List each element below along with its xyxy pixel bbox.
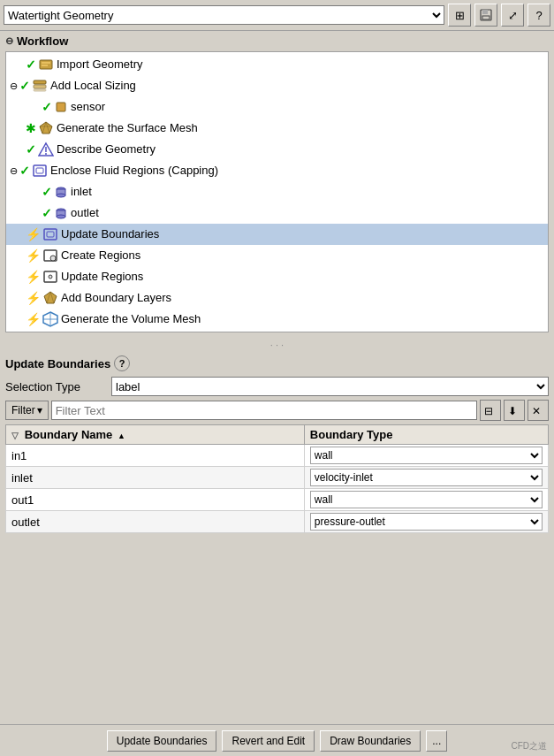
tree-item-import-geometry[interactable]: ✓ Import Geometry — [6, 54, 548, 75]
save-button[interactable] — [474, 4, 497, 27]
create-regions-label: Create Regions — [61, 246, 140, 265]
outlet-icon — [54, 206, 68, 220]
th-boundary-type[interactable]: Boundary Type — [304, 425, 548, 445]
revert-and-edit-btn[interactable]: Revert and Edit — [222, 730, 315, 752]
svg-rect-7 — [34, 85, 46, 88]
tree-item-add-boundary-layers[interactable]: ⚡ Add Boundary Layers — [6, 287, 548, 309]
volume-mesh-icon — [42, 311, 58, 327]
bolt-icon: ⚡ — [26, 267, 41, 286]
boundary-type-select[interactable]: wallvelocity-inletpressure-outletinterio… — [310, 491, 543, 508]
tree-item-sensor[interactable]: ✓ sensor — [6, 96, 548, 118]
check-icon: ✓ — [19, 76, 30, 95]
boundary-type-select[interactable]: wallvelocity-inletpressure-outletinterio… — [310, 469, 543, 486]
svg-point-24 — [57, 215, 65, 218]
boundary-table: ▽ Boundary Name ▲ Boundary Type in1wallv… — [5, 424, 549, 533]
help-icon-btn[interactable]: ? — [114, 355, 130, 371]
geometry-dropdown-wrap[interactable]: Watertight Geometry — [4, 5, 444, 25]
enclose-fluid-label: Enclose Fluid Regions (Capping) — [50, 161, 218, 180]
create-regions-icon — [42, 248, 58, 263]
selection-type-select[interactable]: label zone all — [111, 377, 549, 396]
boundary-name-cell: out1 — [6, 489, 305, 511]
update-boundaries-panel: Update Boundaries ? Selection Type label… — [0, 352, 554, 537]
svg-text:⊟: ⊟ — [484, 405, 493, 416]
filter-match-btn[interactable]: ⊟ — [480, 400, 501, 421]
svg-text:✕: ✕ — [532, 405, 541, 416]
filter-row: Filter ▾ ⊟ ⬇ ✕ — [5, 400, 549, 421]
boundary-type-select[interactable]: wallvelocity-inletpressure-outletinterio… — [310, 447, 543, 464]
tree-item-add-local-sizing[interactable]: ⊖ ✓ Add Local Sizing — [6, 75, 548, 96]
inlet-label: inlet — [71, 182, 92, 202]
svg-rect-2 — [482, 16, 489, 19]
workflow-tree: ✓ Import Geometry ⊖ ✓ Add Local Sizing — [5, 51, 549, 332]
more-btn[interactable]: ... — [426, 730, 447, 752]
filter-chevron-icon: ▾ — [37, 404, 42, 416]
add-local-sizing-collapse[interactable]: ⊖ — [10, 76, 18, 95]
svg-rect-9 — [57, 103, 65, 111]
th-boundary-type-label: Boundary Type — [310, 428, 393, 441]
bolt-icon: ⚡ — [26, 246, 41, 265]
update-boundaries-btn[interactable]: Update Boundaries — [107, 730, 217, 752]
svg-marker-31 — [44, 292, 57, 303]
svg-rect-8 — [34, 89, 46, 91]
bolt-icon: ⚡ — [26, 309, 41, 329]
boundary-type-cell: wallvelocity-inletpressure-outletinterio… — [304, 489, 548, 511]
tree-item-surface-mesh[interactable]: ✱ Generate the Surface Mesh — [6, 118, 548, 139]
describe-geometry-label: Describe Geometry — [57, 140, 156, 159]
expand-button[interactable]: ⤢ — [501, 4, 524, 27]
table-row: in1wallvelocity-inletpressure-outletinte… — [6, 445, 549, 467]
help-button[interactable]: ? — [527, 4, 550, 27]
enclose-fluid-collapse[interactable]: ⊖ — [10, 161, 18, 180]
tree-item-enclose-fluid[interactable]: ⊖ ✓ Enclose Fluid Regions (Capping) — [6, 160, 548, 181]
svg-rect-26 — [47, 232, 54, 237]
surface-mesh-icon — [38, 120, 54, 136]
import-geometry-label: Import Geometry — [57, 55, 143, 74]
check-icon: ✓ — [26, 140, 36, 159]
filter-button[interactable]: Filter ▾ — [5, 401, 49, 420]
tree-item-update-regions[interactable]: ⚡ Update Regions — [6, 266, 548, 287]
bottom-bar: Update Boundaries Revert and Edit Draw B… — [0, 724, 554, 756]
svg-text:⬇: ⬇ — [508, 405, 517, 416]
draw-boundaries-label: Draw Boundaries — [330, 735, 411, 747]
bolt-icon: ⚡ — [26, 288, 41, 308]
svg-rect-6 — [34, 80, 46, 84]
tree-item-create-regions[interactable]: ⚡ Create Regions — [6, 245, 548, 266]
surface-mesh-label: Generate the Surface Mesh — [57, 118, 198, 138]
th-sort-icon: ▲ — [118, 431, 125, 440]
svg-point-16 — [45, 153, 47, 155]
th-boundary-name-label: Boundary Name — [25, 428, 113, 441]
tree-item-outlet[interactable]: ✓ outlet — [6, 202, 548, 224]
boundary-type-cell: wallvelocity-inletpressure-outletinterio… — [304, 511, 548, 533]
check-icon: ✓ — [42, 203, 52, 223]
filter-text-input[interactable] — [51, 401, 477, 420]
update-boundaries-panel-title: Update Boundaries — [5, 357, 110, 370]
tree-item-describe-geometry[interactable]: ✓ Describe Geometry — [6, 139, 548, 160]
svg-point-28 — [50, 256, 56, 261]
svg-rect-1 — [482, 10, 488, 14]
tree-item-update-boundaries[interactable]: ⚡ Update Boundaries — [6, 224, 548, 245]
selection-type-label: Selection Type — [5, 380, 111, 393]
svg-point-21 — [57, 194, 65, 197]
filter-clear-btn[interactable]: ✕ — [527, 400, 549, 421]
outlet-label: outlet — [71, 203, 99, 223]
grid-button[interactable]: ⊞ — [448, 4, 471, 27]
filter-clear-icon: ✕ — [532, 404, 544, 416]
import-geometry-icon — [38, 57, 54, 73]
svg-rect-17 — [34, 165, 46, 176]
geometry-dropdown[interactable]: Watertight Geometry — [4, 5, 444, 25]
watermark: CFD之道 — [511, 740, 547, 752]
volume-mesh-label: Generate the Volume Mesh — [61, 309, 201, 329]
sensor-icon — [54, 100, 68, 114]
table-row: inletwallvelocity-inletpressure-outletin… — [6, 467, 549, 489]
th-boundary-name[interactable]: ▽ Boundary Name ▲ — [6, 425, 305, 445]
tree-item-inlet[interactable]: ✓ inlet — [6, 181, 548, 202]
boundary-type-cell: wallvelocity-inletpressure-outletinterio… — [304, 445, 548, 467]
check-icon: ✓ — [42, 182, 52, 202]
dots-separator: · · · — [0, 338, 554, 352]
check-icon: ✓ — [26, 55, 36, 74]
boundary-type-select[interactable]: wallvelocity-inletpressure-outletinterio… — [310, 513, 543, 531]
update-boundaries-icon — [42, 226, 58, 242]
workflow-collapse[interactable]: ⊖ — [5, 35, 13, 47]
draw-boundaries-btn[interactable]: Draw Boundaries — [320, 730, 421, 752]
filter-down-btn[interactable]: ⬇ — [504, 400, 525, 421]
tree-item-volume-mesh[interactable]: ⚡ Generate the Volume Mesh — [6, 309, 548, 330]
